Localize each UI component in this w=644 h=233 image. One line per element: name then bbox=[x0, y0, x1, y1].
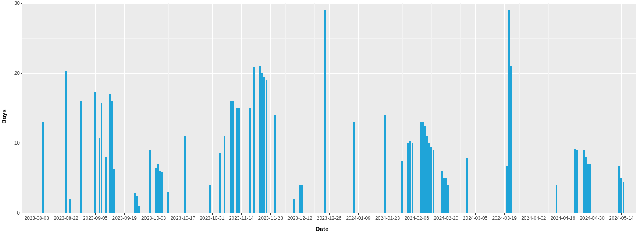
grid-major-v bbox=[37, 3, 37, 213]
bar bbox=[420, 122, 422, 213]
bar bbox=[159, 171, 161, 213]
bar bbox=[184, 136, 186, 213]
x-tick-mark bbox=[329, 213, 330, 215]
bar bbox=[506, 166, 508, 213]
grid-major-v bbox=[475, 3, 476, 213]
grid-minor-v bbox=[168, 3, 169, 213]
x-tick-mark bbox=[124, 213, 125, 215]
grid-major-v bbox=[154, 3, 154, 213]
grid-minor-v bbox=[227, 3, 227, 213]
bar bbox=[238, 108, 240, 213]
bar bbox=[424, 126, 426, 213]
bar bbox=[236, 108, 238, 213]
x-tick-mark bbox=[563, 213, 563, 215]
bar bbox=[409, 141, 411, 213]
x-tick-mark bbox=[621, 213, 622, 215]
x-tick-mark bbox=[154, 213, 154, 215]
grid-minor-v bbox=[460, 3, 461, 213]
bar bbox=[113, 169, 115, 213]
bar bbox=[510, 66, 512, 213]
grid-minor-v bbox=[519, 3, 520, 213]
chart-container: Days Date 01020302023-08-082023-08-22202… bbox=[0, 0, 644, 233]
grid-minor-v bbox=[52, 3, 52, 213]
bar bbox=[105, 157, 107, 213]
bar bbox=[301, 185, 303, 213]
grid-major-v bbox=[592, 3, 592, 213]
bar bbox=[353, 122, 355, 213]
x-tick-mark bbox=[388, 213, 388, 215]
bar bbox=[69, 199, 71, 213]
bar bbox=[65, 71, 67, 213]
x-tick-mark bbox=[95, 213, 96, 215]
grid-major-v bbox=[329, 3, 330, 213]
bar bbox=[556, 185, 558, 213]
bar bbox=[293, 199, 295, 213]
grid-minor-v bbox=[548, 3, 549, 213]
bar bbox=[623, 182, 625, 213]
bar bbox=[263, 77, 265, 213]
x-tick-mark bbox=[417, 213, 417, 215]
grid-major-v bbox=[388, 3, 388, 213]
grid-major-v bbox=[300, 3, 300, 213]
x-tick-mark bbox=[270, 213, 271, 215]
grid-major-v bbox=[504, 3, 505, 213]
y-tick-mark bbox=[21, 3, 22, 4]
bar bbox=[589, 164, 591, 213]
x-tick-mark bbox=[66, 213, 66, 215]
bar bbox=[508, 10, 510, 213]
bar bbox=[261, 73, 263, 213]
bar bbox=[428, 143, 430, 213]
x-tick-mark bbox=[592, 213, 592, 215]
bar bbox=[299, 185, 301, 213]
bar bbox=[583, 150, 585, 213]
bar bbox=[42, 122, 44, 213]
bar bbox=[574, 149, 576, 213]
grid-major-v bbox=[417, 3, 417, 213]
grid-minor-v bbox=[314, 3, 315, 213]
bar bbox=[274, 115, 276, 213]
bar bbox=[585, 157, 587, 213]
bar bbox=[587, 164, 589, 213]
grid-major-v bbox=[183, 3, 183, 213]
bar bbox=[209, 185, 211, 213]
bar bbox=[576, 150, 578, 213]
bar bbox=[138, 206, 140, 213]
bar bbox=[259, 66, 261, 213]
x-tick-mark bbox=[475, 213, 476, 215]
bar bbox=[441, 171, 443, 213]
bar bbox=[324, 10, 326, 213]
x-tick-mark bbox=[534, 213, 534, 215]
bar bbox=[412, 143, 414, 213]
bar bbox=[94, 92, 96, 213]
bar bbox=[407, 143, 409, 213]
bar bbox=[253, 67, 255, 213]
bar bbox=[422, 122, 424, 213]
y-tick-mark bbox=[21, 213, 22, 213]
bar bbox=[433, 150, 435, 213]
grid-major-v bbox=[534, 3, 534, 213]
bar bbox=[80, 101, 82, 213]
x-tick-mark bbox=[446, 213, 446, 215]
bar bbox=[224, 136, 226, 213]
bar bbox=[167, 192, 169, 213]
grid-minor-v bbox=[373, 3, 373, 213]
grid-minor-v bbox=[344, 3, 344, 213]
bar bbox=[136, 196, 138, 213]
bar bbox=[384, 115, 386, 213]
bar bbox=[618, 166, 620, 213]
grid-major-v bbox=[270, 3, 271, 213]
grid-major-v bbox=[358, 3, 359, 213]
grid-minor-v bbox=[139, 3, 139, 213]
x-tick-mark bbox=[212, 213, 213, 215]
bar bbox=[230, 101, 232, 213]
x-tick-mark bbox=[300, 213, 300, 215]
bar bbox=[401, 161, 403, 213]
y-tick-mark bbox=[21, 143, 22, 143]
grid-minor-v bbox=[285, 3, 286, 213]
bar bbox=[266, 80, 268, 213]
x-axis-title: Date bbox=[316, 225, 329, 232]
x-tick-mark bbox=[183, 213, 183, 215]
bar bbox=[155, 168, 157, 213]
bar bbox=[99, 138, 101, 213]
bar bbox=[219, 153, 221, 213]
